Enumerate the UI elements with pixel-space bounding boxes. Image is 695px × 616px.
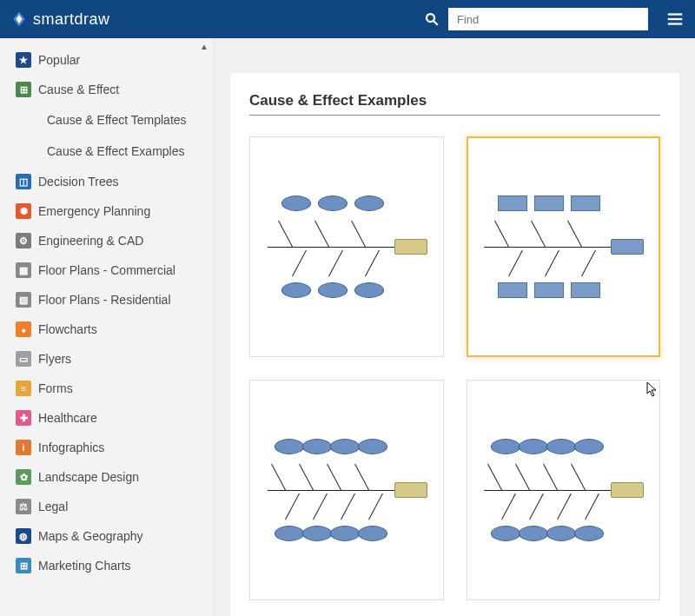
sidebar-item-label: Floor Plans - Residential (38, 293, 171, 307)
category-sidebar: ▲ ★Popular⊞Cause & EffectCause & Effect … (0, 38, 215, 616)
sidebar-item-floor-plans-commercial[interactable]: ▦Floor Plans - Commercial (0, 255, 214, 285)
category-icon: ⚙ (16, 233, 31, 248)
category-icon: ⊞ (16, 82, 31, 97)
template-grid (249, 136, 660, 600)
category-icon: ◫ (16, 174, 31, 189)
sidebar-item-forms[interactable]: ≡Forms (0, 374, 214, 403)
sidebar-item-label: Healthcare (38, 411, 97, 425)
sidebar-item-flyers[interactable]: ▭Flyers (0, 344, 214, 374)
category-icon: ⊞ (16, 558, 31, 573)
category-icon: ✚ (16, 410, 31, 426)
sidebar-item-infographics[interactable]: iInfographics (0, 433, 214, 462)
template-thumb-fishbone-example-3[interactable] (249, 380, 444, 600)
search-icon (424, 11, 440, 27)
sidebar-item-popular[interactable]: ★Popular (0, 45, 214, 75)
menu-icon[interactable] (665, 10, 685, 29)
sidebar-sub-cause-effect-examples[interactable]: Cause & Effect Examples (0, 136, 214, 167)
sidebar-sub-cause-effect-templates[interactable]: Cause & Effect Templates (0, 104, 214, 136)
sidebar-item-label: Infographics (38, 440, 104, 454)
sidebar-item-landscape-design[interactable]: ✿Landscape Design (0, 462, 214, 492)
sidebar-item-healthcare[interactable]: ✚Healthcare (0, 403, 214, 433)
template-thumb-fishbone-example-2[interactable] (467, 136, 661, 357)
category-icon: ◍ (16, 528, 31, 544)
sidebar-item-label: Engineering & CAD (38, 234, 143, 248)
sidebar-item-label: Emergency Planning (38, 204, 150, 218)
sidebar-item-label: Marketing Charts (38, 559, 131, 573)
sidebar-item-maps-geography[interactable]: ◍Maps & Geography (0, 521, 214, 551)
template-thumb-fishbone-example-4[interactable] (467, 380, 661, 600)
sidebar-item-label: Landscape Design (38, 470, 139, 484)
page-title: Cause & Effect Examples (249, 92, 660, 109)
search-input[interactable] (448, 8, 648, 30)
sidebar-item-decision-trees[interactable]: ◫Decision Trees (0, 167, 214, 196)
brand-name: smartdraw (33, 10, 110, 29)
sidebar-item-label: Cause & Effect (38, 83, 119, 96)
sidebar-item-label: Floor Plans - Commercial (38, 263, 175, 277)
scroll-up-indicator[interactable]: ▲ (200, 42, 208, 51)
sidebar-item-label: Popular (38, 53, 80, 67)
app-header: smartdraw (0, 0, 695, 38)
category-icon: ✿ (16, 469, 31, 485)
brand-logo[interactable]: smartdraw (10, 10, 110, 29)
category-icon: ▭ (16, 351, 31, 367)
template-thumb-fishbone-example-1[interactable] (249, 136, 444, 357)
smartdraw-logo-icon (10, 10, 28, 28)
sidebar-item-label: Flowcharts (38, 322, 97, 336)
category-icon: ⬥ (16, 321, 31, 337)
sidebar-item-label: Forms (38, 381, 73, 395)
category-icon: ≡ (16, 381, 31, 396)
sidebar-item-flowcharts[interactable]: ⬥Flowcharts (0, 315, 214, 344)
sidebar-item-engineering-cad[interactable]: ⚙Engineering & CAD (0, 226, 214, 255)
sidebar-item-label: Decision Trees (38, 175, 119, 189)
sidebar-item-label: Flyers (38, 352, 71, 366)
sidebar-item-label: Legal (38, 500, 68, 513)
category-icon: ★ (16, 52, 31, 68)
sidebar-item-label: Maps & Geography (38, 529, 143, 543)
svg-line-1 (434, 21, 438, 25)
category-icon: ▦ (16, 262, 31, 278)
category-icon: ▧ (16, 292, 31, 308)
sidebar-item-marketing-charts[interactable]: ⊞Marketing Charts (0, 551, 214, 580)
main-content: Cause & Effect Examples (215, 38, 695, 616)
sidebar-item-emergency-planning[interactable]: ✺Emergency Planning (0, 196, 214, 226)
sidebar-item-legal[interactable]: ⚖Legal (0, 492, 214, 521)
category-icon: ⚖ (16, 499, 31, 514)
category-icon: i (16, 440, 31, 455)
svg-point-0 (427, 14, 434, 22)
sidebar-item-cause-effect[interactable]: ⊞Cause & Effect (0, 75, 214, 104)
sidebar-item-floor-plans-residential[interactable]: ▧Floor Plans - Residential (0, 285, 214, 315)
category-icon: ✺ (16, 203, 31, 219)
